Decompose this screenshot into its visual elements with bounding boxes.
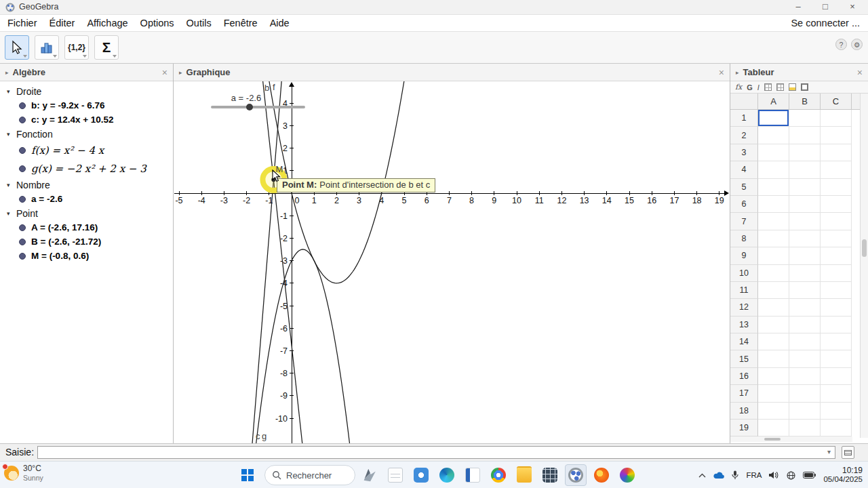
ss-row-header-10[interactable]: 10 [730,265,758,282]
ss-cell-B11[interactable] [789,282,821,299]
algebra-item[interactable]: g(x) = −2 x² + 2 x − 3 [0,159,173,178]
ss-cell-B10[interactable] [789,265,821,282]
scrollbar-thumb[interactable] [862,239,867,257]
ss-cell-C13[interactable] [821,317,852,333]
borders-icon[interactable] [801,83,808,91]
ss-column-header-C[interactable]: C [821,94,852,110]
slider-a-knob[interactable] [246,104,253,110]
ss-cell-C4[interactable] [821,161,852,178]
ss-cell-C10[interactable] [821,265,852,282]
algebra-group-fonction[interactable]: ▾Fonction [0,127,173,141]
algebra-item[interactable]: B = (-2.6, -21.72) [0,235,173,249]
ss-cell-B14[interactable] [789,333,821,350]
visibility-marble-icon[interactable] [19,224,26,231]
ss-cell-A14[interactable] [758,333,789,350]
collapse-icon[interactable]: ▸ [179,69,182,76]
tool-dropdown-caret-icon[interactable] [53,55,57,58]
battery-icon[interactable] [803,472,816,479]
algebra-close-icon[interactable]: × [162,67,167,78]
ss-cell-C7[interactable] [821,213,852,230]
ss-cell-A19[interactable] [758,420,789,436]
ss-cell-A12[interactable] [758,299,789,316]
ss-row-header-12[interactable]: 12 [730,299,758,316]
minimize-button[interactable]: – [787,0,810,15]
ss-cell-C1[interactable] [821,110,852,127]
ss-corner[interactable] [730,94,758,110]
ss-cell-C15[interactable] [821,350,852,367]
ss-row-header-13[interactable]: 13 [730,317,758,333]
ss-cell-A16[interactable] [758,368,789,385]
ss-row-header-6[interactable]: 6 [730,196,758,213]
ss-cell-B7[interactable] [789,213,821,230]
ss-cell-B4[interactable] [789,161,821,178]
algebra-item[interactable]: M = (-0.8, 0.6) [0,249,173,263]
ss-row-header-17[interactable]: 17 [730,385,758,402]
algebra-group-droite[interactable]: ▾Droite [0,84,173,98]
taskbar-search[interactable]: Rechercher [264,465,355,485]
ss-cell-A2[interactable] [758,127,789,144]
ss-cell-A4[interactable] [758,161,789,178]
visibility-marble-icon[interactable] [19,102,26,109]
visibility-marble-icon[interactable] [19,147,26,154]
start-button[interactable] [239,466,256,484]
ss-cell-B12[interactable] [789,299,821,316]
graph-area[interactable]: -5-4-3-2-112345678910111213141516171819-… [174,81,730,443]
weather-widget[interactable]: 30°C Sunny [4,464,43,482]
visibility-marble-icon[interactable] [19,196,26,203]
ss-row-header-15[interactable]: 15 [730,350,758,367]
ss-cell-B18[interactable] [789,403,821,420]
ss-cell-C12[interactable] [821,299,852,316]
ss-cell-B19[interactable] [789,420,821,436]
ss-cell-C11[interactable] [821,282,852,299]
ss-cell-A11[interactable] [758,282,789,299]
onedrive-cloud-icon[interactable] [713,472,724,479]
tray-chevron-up-icon[interactable] [698,473,706,478]
menu-item-3[interactable]: Options [134,15,180,32]
ss-cell-A6[interactable] [758,196,789,213]
group-collapse-icon[interactable]: ▾ [7,131,16,138]
ss-cell-B3[interactable] [789,144,821,161]
grid-style-icon[interactable] [764,83,772,91]
taskbar-pointer-icon[interactable] [359,464,380,486]
taskbar-explorer-icon[interactable] [513,464,535,486]
ss-row-header-9[interactable]: 9 [730,247,758,264]
algebra-item[interactable]: a = -2.6 [0,192,173,206]
graph-canvas[interactable]: -5-4-3-2-112345678910111213141516171819-… [174,81,730,443]
ss-cell-A9[interactable] [758,247,789,264]
ss-cell-C9[interactable] [821,247,852,264]
ss-row-header-14[interactable]: 14 [730,333,758,350]
taskbar-calc-icon[interactable] [539,464,561,486]
graphics-close-icon[interactable]: × [719,67,724,78]
taskbar-geogebra-icon[interactable] [565,464,587,486]
saisie-input[interactable]: ▾ [37,446,835,459]
group-collapse-icon[interactable]: ▾ [7,210,16,217]
tool-dropdown-caret-icon[interactable] [113,55,117,58]
ss-column-header-B[interactable]: B [789,94,821,110]
virtual-keyboard-button[interactable] [842,446,854,459]
ss-row-header-7[interactable]: 7 [730,213,758,230]
ss-cell-B13[interactable] [789,317,821,333]
taskbar-chrome-icon[interactable] [488,464,509,486]
ss-row-header-5[interactable]: 5 [730,179,758,196]
ss-row-header-1[interactable]: 1 [730,110,758,127]
tool-move-button[interactable] [5,35,29,60]
ss-cell-C2[interactable] [821,127,852,144]
collapse-icon[interactable]: ▸ [5,69,9,76]
spreadsheet-vertical-scrollbar[interactable] [860,94,868,438]
ss-cell-A8[interactable] [758,230,789,247]
ss-cell-C18[interactable] [821,403,852,420]
ss-cell-B2[interactable] [789,127,821,144]
algebra-group-nombre[interactable]: ▾Nombre [0,178,173,192]
maximize-button[interactable]: □ [814,0,837,15]
language-indicator[interactable]: FRA [746,471,762,479]
close-window-button[interactable]: × [841,0,864,15]
menu-item-0[interactable]: Fichier [1,15,43,32]
tool-sum-button[interactable]: Σ [94,35,119,60]
visibility-marble-icon[interactable] [19,165,26,172]
ss-cell-C5[interactable] [821,179,852,196]
table-options-icon[interactable] [776,83,784,91]
taskbar-edge-icon[interactable] [436,464,458,486]
function-wizard-button[interactable]: fx [735,83,742,92]
ss-cell-A15[interactable] [758,350,789,367]
ss-cell-C6[interactable] [821,196,852,213]
